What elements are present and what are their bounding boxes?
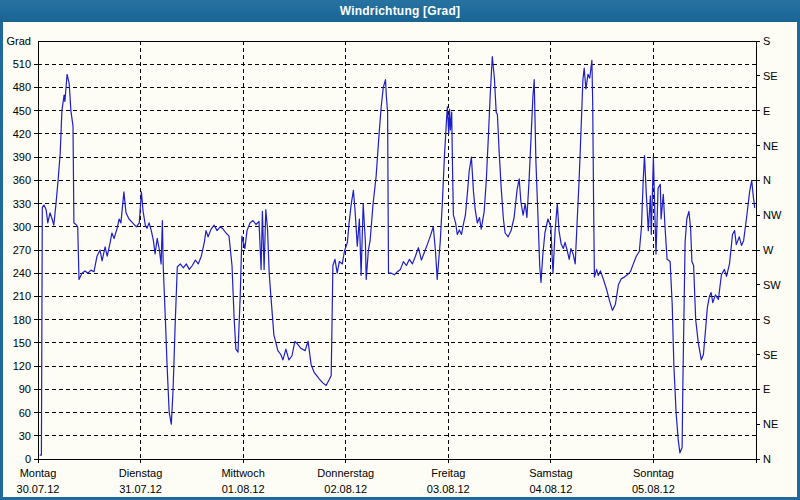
axis-label: 390 [13, 151, 31, 163]
axis-label: 60 [19, 407, 31, 419]
data-series [40, 57, 755, 456]
axis-label: Freitag [431, 467, 465, 479]
wind-direction-line [40, 57, 755, 456]
axis-label: 360 [13, 174, 31, 186]
axis-label: S [763, 314, 770, 326]
y-axis-right-compass-labels: NNEESESSWWNWNNEESES [756, 35, 782, 465]
axis-label: Sonntag [633, 467, 674, 479]
axis-label: 330 [13, 198, 31, 210]
axis-label: Donnerstag [317, 467, 374, 479]
axis-label: 180 [13, 314, 31, 326]
axis-label: 270 [13, 244, 31, 256]
axis-label: Grad [7, 35, 31, 47]
axis-label: 02.08.12 [324, 483, 367, 495]
app-window: Windrichtung [Grad] 03060901201501802102… [0, 0, 800, 500]
axis-label: SW [763, 279, 781, 291]
axis-label: E [763, 383, 770, 395]
axis-label: 0 [25, 453, 31, 465]
axis-label: SE [763, 70, 778, 82]
axis-label: 30.07.12 [17, 483, 60, 495]
axis-label: 300 [13, 221, 31, 233]
axis-label: 510 [13, 58, 31, 70]
axis-label: Samstag [529, 467, 572, 479]
y-axis-unit-label: Grad [7, 35, 31, 47]
axis-label: 480 [13, 81, 31, 93]
axis-label: Mittwoch [221, 467, 264, 479]
axis-label: 03.08.12 [427, 483, 470, 495]
axis-label: N [763, 174, 771, 186]
axis-label: 90 [19, 383, 31, 395]
chart-panel: 0306090120150180210240270300330360390420… [3, 22, 797, 497]
axis-label: 450 [13, 105, 31, 117]
axis-label: NW [763, 209, 782, 221]
y-gridlines [38, 64, 756, 436]
axis-label: 210 [13, 290, 31, 302]
axis-label: NE [763, 418, 778, 430]
wind-direction-chart: 0306090120150180210240270300330360390420… [3, 22, 797, 497]
axis-label: 01.08.12 [222, 483, 265, 495]
axis-label: S [763, 35, 770, 47]
window-titlebar: Windrichtung [Grad] [0, 0, 800, 22]
x-axis-day-labels: Montag30.07.12Dienstag31.07.12Mittwoch01… [17, 459, 756, 495]
axis-label: Dienstag [119, 467, 162, 479]
axis-label: 05.08.12 [632, 483, 675, 495]
axis-label: E [763, 105, 770, 117]
axis-label: 240 [13, 267, 31, 279]
axis-label: W [763, 244, 774, 256]
axis-label: 30 [19, 430, 31, 442]
axis-label: 120 [13, 360, 31, 372]
axis-label: 31.07.12 [119, 483, 162, 495]
axis-label: 150 [13, 337, 31, 349]
window-title: Windrichtung [Grad] [340, 4, 460, 18]
axis-label: Montag [20, 467, 57, 479]
axis-label: NE [763, 140, 778, 152]
y-axis-left-labels: 0306090120150180210240270300330360390420… [13, 58, 38, 465]
axis-label: SE [763, 349, 778, 361]
axis-label: 04.08.12 [529, 483, 572, 495]
axis-label: 420 [13, 128, 31, 140]
axis-label: N [763, 453, 771, 465]
